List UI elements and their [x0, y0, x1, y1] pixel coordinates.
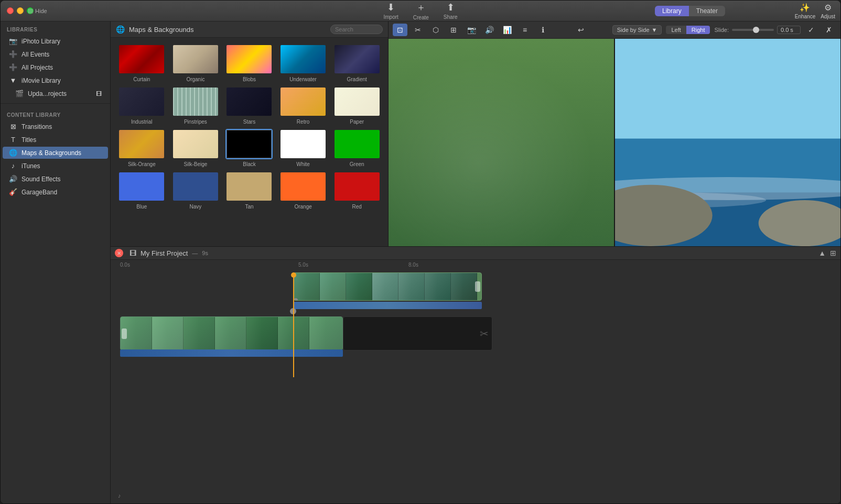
playhead[interactable]	[293, 272, 294, 377]
bg-item-tan[interactable]: Tan	[224, 171, 274, 210]
transitions-label: Transitions	[21, 123, 52, 130]
enhance-button[interactable]: ✨ Enhance	[795, 3, 815, 19]
overlay-clip[interactable]	[293, 272, 482, 301]
content-library-label: CONTENT LIBRARY	[1, 107, 110, 120]
bg-item-black[interactable]: Black	[224, 129, 274, 167]
hide-button[interactable]: ▤ Hide	[21, 5, 53, 16]
bg-thumb-retro	[279, 86, 327, 117]
library-theater-toggle: Library Theater	[655, 6, 725, 16]
bg-thumb-red	[333, 171, 381, 202]
theater-tab[interactable]: Theater	[689, 6, 725, 16]
bg-item-retro[interactable]: Retro	[278, 86, 328, 125]
left-button[interactable]: Left	[666, 26, 686, 34]
crop-view-button[interactable]: ⊡	[393, 24, 407, 36]
bg-item-stars[interactable]: Stars	[224, 86, 274, 125]
frame-4	[372, 273, 398, 300]
film-strip-icon: 🎞	[130, 249, 136, 257]
stabilize-button[interactable]: ⊞	[446, 24, 461, 36]
ruler-mark-0: 0.0s	[120, 262, 130, 268]
playhead-head	[291, 272, 296, 278]
import-button[interactable]: ⬇ Import	[383, 2, 398, 20]
bg-item-organic[interactable]: Organic	[171, 44, 221, 82]
bg-label-silk-orange: Silk-Orange	[128, 161, 156, 167]
text-button[interactable]: ≡	[517, 24, 532, 36]
cancel-button[interactable]: ✗	[822, 24, 836, 36]
preview-panel: ⊡ ✂ ⬡ ⊞ 📷 🔊 📊 ≡ ℹ ↩ Side by Side	[389, 21, 840, 246]
svg-line-6	[470, 127, 486, 143]
bg-label-organic: Organic	[186, 76, 204, 82]
clip-right-handle[interactable]	[475, 281, 480, 292]
bg-item-blobs[interactable]: Blobs	[224, 44, 274, 82]
search-input[interactable]	[330, 25, 383, 34]
bg-item-silk-beige[interactable]: Silk-Beige	[171, 129, 221, 167]
bg-item-blue[interactable]: Blue	[117, 171, 167, 210]
sidebar-item-all-events[interactable]: ➕ All Events	[3, 48, 108, 60]
svg-point-2	[394, 54, 471, 146]
share-button[interactable]: ⬆ Share	[444, 2, 458, 20]
bg-thumb-underwater	[279, 44, 327, 74]
bg-item-silk-orange[interactable]: Silk-Orange	[117, 129, 167, 167]
camera-button[interactable]: 📷	[464, 24, 479, 36]
chart-button[interactable]: 📊	[500, 24, 514, 36]
sidebar-item-all-projects[interactable]: ➕ All Projects	[3, 61, 108, 73]
bg-thumb-blobs	[225, 44, 273, 74]
library-tab[interactable]: Library	[655, 6, 689, 16]
sidebar-item-imovie-library[interactable]: ▼ iMovie Library	[3, 74, 108, 86]
slide-thumb[interactable]	[753, 27, 759, 33]
frame-5	[398, 273, 425, 300]
confirm-button[interactable]: ✓	[804, 24, 818, 36]
create-button[interactable]: ＋ Create	[413, 1, 429, 20]
bg-label-industrial: Industrial	[131, 119, 153, 125]
sidebar-item-transitions[interactable]: ⊠ Transitions	[3, 120, 108, 133]
bg-item-red[interactable]: Red	[332, 171, 382, 210]
bg-item-green[interactable]: Green	[332, 129, 382, 167]
bg-thumb-silk-orange	[118, 129, 165, 159]
svg-line-7	[501, 127, 513, 135]
dropdown-arrow-icon: ▼	[652, 27, 657, 33]
enhance-label: Enhance	[795, 14, 815, 19]
main-clip-left-handle[interactable]	[122, 328, 127, 339]
audio-zoom-icon[interactable]: ▲	[818, 249, 826, 257]
bg-item-underwater[interactable]: Underwater	[278, 44, 328, 82]
bg-item-white[interactable]: White	[278, 129, 328, 167]
sidebar-divider	[1, 103, 110, 104]
timeline-body[interactable]: 0.0s 5.0s 8.0s	[111, 260, 840, 503]
sidebar-item-maps-backgrounds[interactable]: 🌐 Maps & Backgrounds	[3, 147, 108, 159]
browser-title: Maps & Backgrounds	[129, 26, 194, 34]
sidebar-item-itunes[interactable]: ♪ iTunes	[3, 160, 108, 172]
sidebar-item-iphoto[interactable]: 📷 iPhoto Library	[3, 35, 108, 47]
bg-item-gradient[interactable]: Gradient	[332, 44, 382, 82]
bg-item-navy[interactable]: Navy	[171, 171, 221, 210]
audio-button[interactable]: 🔊	[482, 24, 497, 36]
sidebar-item-sound-effects[interactable]: 🔊 Sound Effects	[3, 173, 108, 185]
overlay-audio-track	[293, 302, 482, 309]
trim-button[interactable]: ✂	[411, 24, 425, 36]
bg-item-pinstripes[interactable]: Pinstripes	[171, 86, 221, 125]
sidebar-item-update-projects[interactable]: 🎬 Upda...rojects 🎞	[3, 87, 108, 100]
main-beach-clip[interactable]	[120, 316, 343, 350]
adjust-button[interactable]: ⚙ Adjust	[821, 3, 835, 19]
close-button[interactable]	[7, 7, 14, 14]
bg-thumb-pinstripes	[172, 86, 219, 117]
bg-thumb-industrial	[118, 86, 165, 117]
black-background-clip[interactable]: ✂	[343, 316, 492, 350]
info-button[interactable]: ℹ	[535, 24, 550, 36]
svg-rect-12	[615, 39, 840, 139]
sidebar-item-titles[interactable]: T Titles	[3, 134, 108, 146]
bg-item-curtain[interactable]: Curtain	[117, 44, 167, 82]
undo-button[interactable]: ↩	[574, 24, 588, 36]
sidebar-item-garageband[interactable]: 🎸 GarageBand	[3, 186, 108, 198]
frame-1	[294, 273, 320, 300]
mf-3	[184, 317, 215, 350]
bg-item-orange[interactable]: Orange	[278, 171, 328, 210]
side-by-side-dropdown[interactable]: Side by Side ▼	[612, 25, 662, 35]
import-label: Import	[383, 14, 398, 20]
bg-item-paper[interactable]: Paper	[332, 86, 382, 125]
bg-item-industrial[interactable]: Industrial	[117, 86, 167, 125]
color-button[interactable]: ⬡	[428, 24, 443, 36]
slide-track[interactable]	[732, 29, 774, 31]
grid-view-icon[interactable]: ⊞	[830, 249, 836, 257]
right-button[interactable]: Right	[686, 26, 710, 34]
ruler-mark-5: 5.0s	[298, 262, 308, 268]
timeline-close-button[interactable]: ✕	[115, 249, 123, 257]
